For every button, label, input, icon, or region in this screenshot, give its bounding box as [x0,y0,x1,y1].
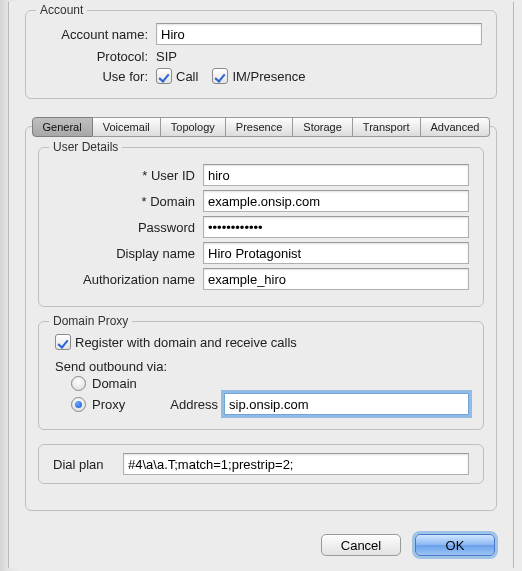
cancel-button[interactable]: Cancel [321,534,401,556]
radio-icon [71,397,86,412]
proxy-address-label: Address [162,397,224,412]
use-for-label: Use for: [40,69,156,84]
register-checkbox[interactable]: Register with domain and receive calls [55,334,297,350]
dial-plan-input[interactable] [123,453,469,475]
use-for-im-checkbox[interactable]: IM/Presence [212,68,305,84]
checkbox-icon [55,334,71,350]
dialog-buttons: Cancel OK [321,534,495,556]
checkbox-icon [212,68,228,84]
ok-button[interactable]: OK [415,534,495,556]
register-label: Register with domain and receive calls [75,335,297,350]
tab-presence[interactable]: Presence [226,117,293,137]
account-group: Account Account name: Protocol: SIP Use … [25,10,497,99]
dial-plan-group: Dial plan [38,444,484,484]
checkbox-icon [156,68,172,84]
tab-storage[interactable]: Storage [293,117,353,137]
use-for-im-label: IM/Presence [232,69,305,84]
protocol-label: Protocol: [40,49,156,64]
domain-proxy-legend: Domain Proxy [49,314,132,328]
account-name-input[interactable] [156,23,482,45]
account-name-label: Account name: [40,27,156,42]
tab-transport[interactable]: Transport [353,117,421,137]
tab-general[interactable]: General [32,117,93,137]
tab-container: General Voicemail Topology Presence Stor… [25,117,497,511]
password-label: Password [53,220,203,235]
user-details-group: User Details * User ID * Domain Password… [38,147,484,307]
auth-name-label: Authorization name [53,272,203,287]
protocol-value: SIP [156,49,177,64]
account-legend: Account [36,3,87,17]
account-settings-dialog: Account Account name: Protocol: SIP Use … [8,2,514,568]
outbound-domain-label: Domain [92,376,137,391]
display-name-input[interactable] [203,242,469,264]
display-name-label: Display name [53,246,203,261]
tab-voicemail[interactable]: Voicemail [93,117,161,137]
outbound-proxy-radio[interactable]: Proxy Address [71,393,469,415]
auth-name-input[interactable] [203,268,469,290]
domain-input[interactable] [203,190,469,212]
use-for-call-checkbox[interactable]: Call [156,68,198,84]
user-id-label: * User ID [53,168,203,183]
domain-proxy-group: Domain Proxy Register with domain and re… [38,321,484,430]
dial-plan-label: Dial plan [53,457,123,472]
use-for-call-label: Call [176,69,198,84]
tab-topology[interactable]: Topology [161,117,226,137]
outbound-proxy-label: Proxy [92,397,162,412]
user-id-input[interactable] [203,164,469,186]
proxy-address-input[interactable] [224,393,469,415]
tab-bar: General Voicemail Topology Presence Stor… [25,117,497,137]
radio-icon [71,376,86,391]
outbound-domain-radio[interactable]: Domain [71,376,469,391]
user-details-legend: User Details [49,140,122,154]
tab-advanced[interactable]: Advanced [421,117,491,137]
domain-label: * Domain [53,194,203,209]
password-input[interactable] [203,216,469,238]
tab-body-general: User Details * User ID * Domain Password… [25,126,497,511]
send-outbound-label: Send outbound via: [55,359,469,374]
